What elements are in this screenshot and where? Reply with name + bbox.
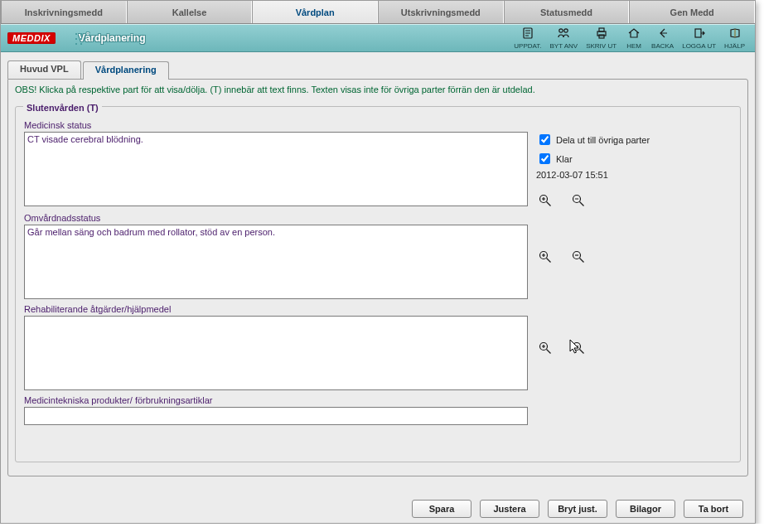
- toolbar-label: UPPDAT.: [514, 42, 541, 50]
- textarea-rehab[interactable]: [24, 316, 528, 390]
- timestamp: 2012-03-07 15:51: [536, 170, 650, 180]
- adjust-button[interactable]: Justera: [480, 500, 539, 518]
- sub-tab-huvudvpl[interactable]: Huvud VPL: [7, 60, 81, 79]
- switch-user-icon: [557, 27, 570, 41]
- content-panel: OBS! Klicka på respektive part för att v…: [7, 79, 748, 476]
- refresh-button[interactable]: UPPDAT.: [510, 25, 544, 51]
- svg-rect-5: [599, 35, 604, 38]
- zoom-in-icon[interactable]: [538, 341, 553, 355]
- toolbar-label: HEM: [626, 42, 641, 50]
- save-button[interactable]: Spara: [412, 500, 471, 518]
- toolbar-label: SKRIV UT: [586, 42, 617, 50]
- label-rehab: Rehabiliterande åtgärder/hjälpmedel: [24, 304, 732, 314]
- bottom-button-bar: Spara Justera Bryt just. Bilagor Ta bort: [412, 500, 743, 518]
- home-button[interactable]: HEM: [621, 25, 646, 51]
- toolbar-label: BACKA: [651, 42, 674, 50]
- zoom-out-icon[interactable]: [571, 193, 586, 208]
- slutenvarden-group: Medicinsk status Dela ut till övriga par…: [15, 106, 741, 462]
- app-window: Inskrivningsmedd Kallelse Vårdplan Utskr…: [0, 0, 756, 524]
- svg-rect-6: [695, 29, 701, 37]
- top-tab-kallelse[interactable]: Kallelse: [127, 1, 253, 23]
- toolbar-label: LOGGA UT: [682, 42, 716, 50]
- top-tab-utskrivning[interactable]: Utskrivningsmedd: [378, 1, 504, 23]
- title-bar: MEDDIX Vårdplanering UPPDAT. BYT ANV SKR…: [1, 24, 755, 52]
- app-logo: MEDDIX: [7, 32, 56, 44]
- top-tab-vardplan[interactable]: Vårdplan: [252, 1, 378, 23]
- logout-button[interactable]: LOGGA UT: [679, 25, 719, 51]
- top-tab-statusmedd[interactable]: Statusmedd: [504, 1, 630, 23]
- refresh-icon: [521, 27, 534, 41]
- svg-point-2: [564, 29, 568, 32]
- label-medtek: Medicintekniska produkter/ förbrukningsa…: [24, 395, 732, 405]
- group-title[interactable]: Slutenvården (T): [23, 103, 102, 113]
- print-icon: [595, 27, 608, 41]
- zoom-in-icon[interactable]: [538, 193, 553, 208]
- break-adjust-button[interactable]: Bryt just.: [548, 500, 607, 518]
- top-tab-inskrivning[interactable]: Inskrivningsmedd: [1, 1, 127, 23]
- print-button[interactable]: SKRIV UT: [583, 25, 620, 51]
- delete-button[interactable]: Ta bort: [684, 500, 743, 518]
- back-button[interactable]: BACKA: [648, 25, 677, 51]
- zoom-in-icon[interactable]: [538, 249, 553, 264]
- svg-point-1: [559, 29, 563, 32]
- top-tab-genmedd[interactable]: Gen Medd: [629, 1, 755, 23]
- instruction-text: OBS! Klicka på respektive part för att v…: [15, 85, 741, 94]
- top-tabs: Inskrivningsmedd Kallelse Vårdplan Utskr…: [1, 1, 755, 24]
- svg-rect-4: [599, 28, 604, 31]
- help-icon: [728, 27, 742, 41]
- decoration-dots: [74, 31, 89, 46]
- back-icon: [656, 27, 670, 41]
- textarea-medicinsk-status[interactable]: [24, 132, 528, 206]
- zoom-out-icon[interactable]: [571, 249, 586, 264]
- checkbox-done[interactable]: [539, 153, 550, 164]
- label-medicinsk-status: Medicinsk status: [24, 120, 732, 130]
- switch-user-button[interactable]: BYT ANV: [547, 25, 582, 51]
- zoom-out-icon[interactable]: [571, 341, 586, 355]
- toolbar-label: BYT ANV: [550, 42, 578, 50]
- sub-tab-area: Huvud VPL Vårdplanering OBS! Klicka på r…: [1, 52, 755, 476]
- home-icon: [627, 27, 641, 41]
- checkbox-distribute[interactable]: [539, 134, 550, 145]
- textarea-omvardnadsstatus[interactable]: [24, 225, 528, 299]
- textarea-medtek[interactable]: [24, 407, 528, 425]
- label-omvardnadsstatus: Omvårdnadsstatus: [24, 213, 732, 223]
- sub-tab-vardplanering[interactable]: Vårdplanering: [83, 61, 169, 80]
- attachments-button[interactable]: Bilagor: [616, 500, 675, 518]
- label-distribute: Dela ut till övriga parter: [556, 135, 650, 145]
- toolbar: UPPDAT. BYT ANV SKRIV UT HEM BACKA LOGGA…: [510, 25, 748, 51]
- toolbar-label: HJÄLP: [724, 42, 745, 50]
- help-button[interactable]: HJÄLP: [721, 25, 748, 51]
- logout-icon: [693, 27, 706, 41]
- label-done: Klar: [556, 154, 573, 164]
